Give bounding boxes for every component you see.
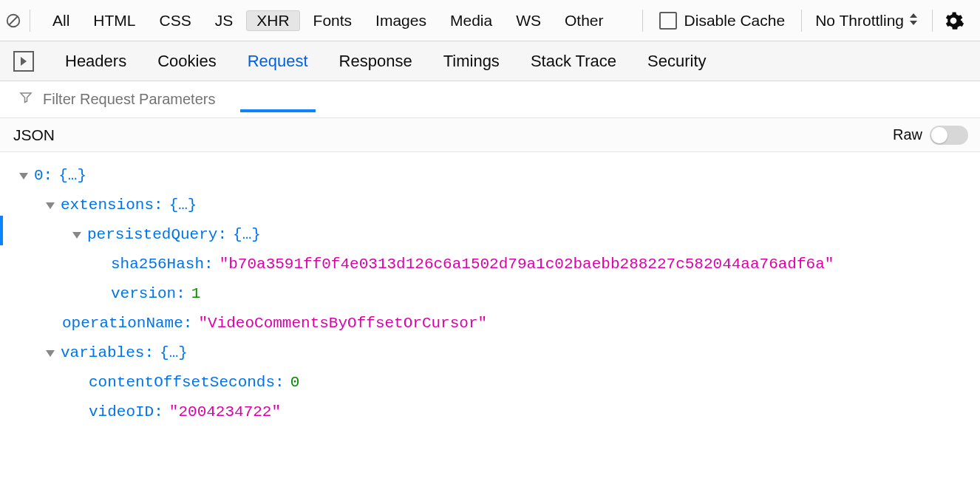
tree-key: contentOffsetSeconds — [89, 368, 275, 397]
active-tab-underline — [240, 109, 316, 112]
tree-row-root[interactable]: 0: {…} — [0, 161, 980, 191]
checkbox-icon — [659, 12, 677, 30]
json-section-header: JSON Raw — [0, 118, 980, 152]
disable-cache-checkbox[interactable]: Disable Cache — [646, 12, 799, 30]
throttling-label: No Throttling — [815, 12, 904, 30]
switch-knob — [931, 127, 947, 143]
filter-xhr[interactable]: XHR — [246, 10, 299, 31]
filter-images[interactable]: Images — [365, 10, 437, 31]
tree-value: 0 — [290, 368, 300, 397]
json-tree: 0: {…} extensions: {…} persistedQuery: {… — [0, 152, 980, 457]
divider — [932, 10, 933, 32]
tab-security[interactable]: Security — [647, 52, 706, 71]
funnel-icon — [19, 91, 33, 108]
tree-row-contentoffsetseconds[interactable]: contentOffsetSeconds: 0 — [0, 368, 980, 397]
filter-other[interactable]: Other — [554, 10, 614, 31]
tree-brace: {…} — [169, 191, 197, 220]
tree-key: extensions — [61, 191, 154, 220]
disable-cache-label: Disable Cache — [684, 12, 786, 30]
tree-value: "VideoCommentsByOffsetOrCursor" — [198, 309, 487, 338]
filter-html[interactable]: HTML — [83, 10, 146, 31]
filter-params-input[interactable] — [41, 90, 980, 109]
filter-all[interactable]: All — [42, 10, 80, 31]
tree-key: persistedQuery — [87, 220, 217, 250]
filter-css[interactable]: CSS — [149, 10, 202, 31]
tree-key: sha256Hash — [111, 250, 204, 279]
tab-stack-trace[interactable]: Stack Trace — [531, 52, 616, 71]
twisty-icon[interactable] — [46, 350, 55, 357]
tree-brace: {…} — [160, 338, 188, 368]
filter-media[interactable]: Media — [440, 10, 503, 31]
tree-value: 1 — [191, 279, 201, 309]
tree-value: "b70a3591ff0f4e0313d126c6a1502d79a1c02ba… — [220, 250, 834, 279]
tree-row-version[interactable]: version: 1 — [0, 279, 980, 309]
tree-brace: {…} — [233, 220, 261, 250]
tab-timings[interactable]: Timings — [443, 52, 500, 71]
tab-cookies[interactable]: Cookies — [157, 52, 216, 71]
tab-headers[interactable]: Headers — [65, 52, 126, 71]
tree-key: version — [111, 279, 176, 309]
json-section-label: JSON — [13, 126, 893, 144]
block-icon[interactable] — [0, 0, 27, 41]
raw-toggle[interactable] — [930, 126, 968, 145]
tab-response[interactable]: Response — [339, 52, 412, 71]
selected-row-indicator — [0, 216, 3, 245]
throttling-select[interactable]: No Throttling — [805, 12, 929, 30]
detail-tabs-container: Headers Cookies Request Response Timings… — [0, 41, 980, 81]
filter-params-row — [0, 81, 980, 118]
filter-ws[interactable]: WS — [506, 10, 551, 31]
network-filter-toolbar: All HTML CSS JS XHR Fonts Images Media W… — [0, 0, 980, 41]
tree-value: "2004234722" — [169, 397, 281, 427]
tree-key: videoID — [89, 397, 154, 427]
tree-brace: {…} — [58, 161, 86, 191]
twisty-icon[interactable] — [72, 232, 81, 239]
tree-row-sha256hash[interactable]: sha256Hash: "b70a3591ff0f4e0313d126c6a15… — [0, 250, 980, 279]
filter-fonts[interactable]: Fonts — [303, 10, 363, 31]
divider — [642, 10, 643, 32]
tree-row-variables[interactable]: variables: {…} — [0, 338, 980, 368]
toggle-sidebar-button[interactable] — [13, 51, 34, 72]
raw-toggle-label: Raw — [893, 126, 922, 143]
tab-request[interactable]: Request — [248, 52, 308, 71]
tree-key: variables — [61, 338, 144, 368]
twisty-icon[interactable] — [46, 202, 55, 209]
tree-key: operationName — [62, 309, 183, 338]
updown-icon — [908, 12, 919, 30]
tree-row-videoid[interactable]: videoID: "2004234722" — [0, 397, 980, 427]
divider — [30, 10, 30, 32]
twisty-icon[interactable] — [19, 173, 28, 180]
tree-row-operationname[interactable]: operationName: "VideoCommentsByOffsetOrC… — [0, 309, 980, 338]
detail-tabs: Headers Cookies Request Response Timings… — [0, 41, 980, 81]
settings-button[interactable] — [936, 0, 971, 41]
request-type-filters: All HTML CSS JS XHR Fonts Images Media W… — [33, 10, 614, 31]
divider — [801, 10, 802, 32]
filter-js[interactable]: JS — [205, 10, 244, 31]
tree-row-extensions[interactable]: extensions: {…} — [0, 191, 980, 220]
tree-row-persistedquery[interactable]: persistedQuery: {…} — [0, 220, 980, 250]
svg-line-1 — [10, 16, 18, 24]
tree-key: 0 — [34, 161, 44, 191]
